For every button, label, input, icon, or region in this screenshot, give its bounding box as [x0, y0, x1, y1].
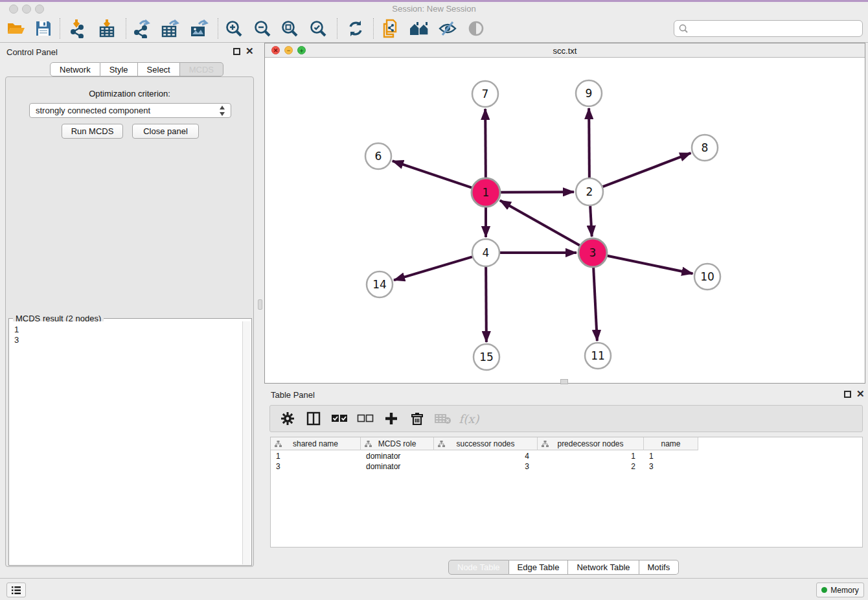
export-table-icon[interactable] [158, 17, 183, 40]
export-image-icon[interactable] [187, 17, 211, 40]
cell-name: 1 [644, 451, 698, 461]
cell-shared-name: 3 [271, 461, 361, 472]
tab-network[interactable]: Network [50, 62, 100, 76]
cell-mcds-role: dominator [361, 451, 434, 461]
edge-3-10[interactable] [608, 256, 693, 274]
node-label-7: 7 [482, 87, 489, 100]
node-label-6: 6 [375, 150, 382, 163]
dropdown-stepper-icon [219, 106, 226, 116]
show-graphics-details-icon[interactable] [464, 17, 488, 40]
tab-select[interactable]: Select [138, 62, 180, 76]
deselect-all-icon[interactable] [357, 410, 374, 427]
add-column-icon[interactable] [383, 410, 400, 427]
result-scrollbar[interactable] [242, 321, 251, 564]
edge-2-8[interactable] [603, 153, 691, 187]
cell-predecessor-nodes: 1 [538, 451, 644, 461]
col-name[interactable]: name [644, 437, 698, 450]
app-title: Session: New Session [0, 4, 868, 14]
memory-button[interactable]: Memory [816, 583, 864, 597]
col-shared-name[interactable]: shared name [271, 437, 361, 450]
settings-gear-icon[interactable] [279, 410, 296, 427]
edge-2-9[interactable] [589, 108, 589, 178]
tab-style[interactable]: Style [100, 62, 138, 76]
node-label-1: 1 [483, 186, 490, 199]
network-canvas[interactable]: 1234678910111415 [265, 58, 865, 383]
network-window-title: scc.txt [265, 46, 865, 56]
zoom-in-icon[interactable] [222, 17, 246, 40]
hide-graphics-details-icon[interactable] [435, 17, 460, 40]
zoom-out-icon[interactable] [250, 17, 275, 40]
tab-edge-table[interactable]: Edge Table [509, 560, 569, 575]
tab-node-table[interactable]: Node Table [448, 560, 509, 575]
mcds-result-box: MCDS result (2 nodes) 13 [8, 318, 252, 566]
select-all-icon[interactable] [331, 410, 348, 427]
tab-network-table[interactable]: Network Table [568, 560, 639, 575]
table-toolbar: f(x) [269, 405, 863, 432]
close-panel-button[interactable]: Close panel [132, 124, 199, 139]
fx-label: f(x) [459, 412, 479, 426]
refresh-icon[interactable] [343, 17, 368, 40]
horizontal-divider-handle[interactable] [560, 379, 568, 384]
cell-successor-nodes: 3 [434, 461, 538, 472]
app-titlebar: Session: New Session [0, 2, 868, 14]
optimization-criterion-select[interactable]: strongly connected component [29, 103, 231, 118]
tab-mcds[interactable]: MCDS [180, 62, 223, 76]
table-row[interactable]: 1 dominator 4 1 1 [271, 451, 698, 461]
toolbar-separator [337, 18, 337, 39]
search-input[interactable] [689, 24, 862, 34]
col-predecessor-nodes[interactable]: predecessor nodes [538, 437, 644, 450]
edge-4-14[interactable] [394, 257, 472, 280]
import-table-icon[interactable] [95, 17, 119, 40]
column-layout-icon[interactable] [305, 410, 322, 427]
split-divider-handle[interactable] [258, 299, 262, 310]
cell-predecessor-nodes: 2 [538, 461, 644, 472]
table-tabs: Node Table Edge Table Network Table Moti… [448, 560, 679, 575]
edge-1-2[interactable] [501, 192, 574, 192]
delete-table-icon[interactable] [435, 410, 451, 427]
node-label-4: 4 [483, 246, 490, 259]
table-row[interactable]: 3 dominator 3 2 3 [271, 461, 698, 472]
show-all-networks-icon[interactable] [407, 17, 431, 40]
edge-4-15[interactable] [486, 267, 486, 342]
network-graph[interactable]: 1234678910111415 [265, 58, 865, 383]
node-label-14: 14 [372, 278, 387, 291]
export-network-icon[interactable] [130, 17, 154, 40]
run-mcds-button[interactable]: Run MCDS [62, 124, 123, 139]
cell-shared-name: 1 [271, 451, 361, 461]
toolbar-separator [218, 18, 218, 39]
node-table[interactable]: shared name MCDS role successor nodes pr… [270, 437, 863, 548]
close-table-panel-icon[interactable]: ✕ [856, 388, 865, 400]
import-network-icon[interactable] [65, 17, 89, 40]
show-log-button[interactable] [6, 583, 26, 597]
edge-1-6[interactable] [393, 161, 472, 187]
copy-network-view-icon[interactable] [378, 17, 403, 40]
edge-3-11[interactable] [593, 268, 597, 341]
col-mcds-role[interactable]: MCDS role [361, 437, 434, 450]
mcds-result-list[interactable]: 13 [10, 321, 242, 564]
open-session-icon[interactable] [4, 17, 29, 40]
tab-motifs[interactable]: Motifs [639, 560, 680, 575]
float-table-panel-icon[interactable] [844, 391, 851, 398]
edge-3-1[interactable] [500, 200, 580, 245]
zoom-fit-icon[interactable] [277, 17, 302, 40]
function-builder-icon[interactable]: f(x) [461, 410, 477, 427]
table-panel: Table Panel ✕ f(x) s [264, 386, 868, 577]
col-successor-nodes[interactable]: successor nodes [434, 437, 538, 450]
edge-2-3[interactable] [590, 206, 592, 237]
result-item[interactable]: 1 [14, 325, 242, 335]
search-field[interactable] [674, 20, 863, 37]
edge-1-7[interactable] [485, 109, 486, 178]
zoom-selected-icon[interactable] [306, 17, 330, 40]
result-item[interactable]: 3 [14, 335, 242, 345]
hierarchy-icon [438, 441, 445, 447]
node-label-10: 10 [700, 270, 714, 283]
delete-column-icon[interactable] [409, 410, 426, 427]
cell-successor-nodes: 4 [434, 451, 538, 461]
table-header: shared name MCDS role successor nodes pr… [271, 437, 698, 450]
float-panel-icon[interactable] [233, 48, 240, 55]
memory-label: Memory [830, 586, 858, 595]
save-session-icon[interactable] [31, 17, 56, 40]
close-panel-icon[interactable]: ✕ [246, 45, 254, 57]
network-window-titlebar[interactable]: ✕ − ＋ scc.txt [265, 43, 865, 58]
optimization-criterion-label: Optimization criterion: [6, 89, 253, 98]
